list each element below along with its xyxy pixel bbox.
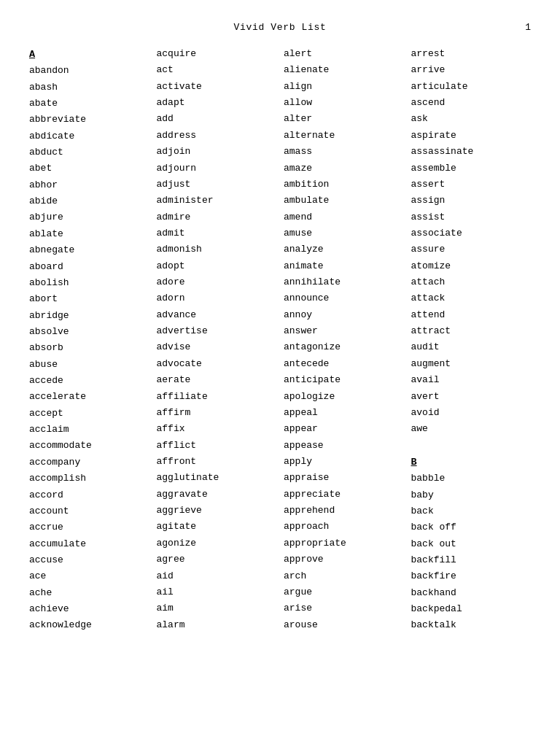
word-item: alternate (284, 128, 404, 144)
word-item: alert (284, 46, 404, 62)
word-item: appease (284, 438, 404, 454)
word-item: aboard (29, 259, 149, 275)
word-item: abash (29, 80, 149, 96)
word-item: affix (157, 421, 277, 437)
word-item: abort (29, 291, 149, 307)
word-item: accumulate (29, 536, 149, 552)
word-item: act (157, 62, 277, 78)
word-item: ascend (411, 95, 532, 111)
word-item: advertise (157, 323, 277, 339)
word-item: adorn (157, 290, 277, 306)
word-item: aim (157, 600, 277, 616)
word-item: attack (411, 290, 532, 306)
word-item: abjure (29, 209, 149, 225)
word-item: acknowledge (29, 617, 149, 633)
word-item: appear (284, 421, 404, 437)
word-item: abduct (29, 144, 149, 160)
word-item: abate (29, 96, 149, 112)
word-item: accept (29, 406, 149, 422)
word-item: A (29, 46, 149, 63)
word-item: aspirate (411, 128, 532, 144)
word-item: awe (411, 421, 532, 437)
word-item: associate (411, 225, 532, 241)
word-item: assemble (411, 160, 532, 177)
word-item: aerate (157, 372, 277, 388)
word-item: accede (29, 373, 149, 389)
word-item: accomplish (29, 471, 149, 487)
word-item: abnegate (29, 242, 149, 258)
page-header: Vivid Verb List 1 (29, 22, 531, 33)
column-2: acquireactactivateadaptaddaddressadjoina… (157, 46, 277, 634)
word-item: appeal (284, 405, 404, 421)
word-item: allow (284, 95, 404, 111)
word-item: add (157, 111, 277, 127)
word-item: baby (411, 487, 532, 503)
word-item: antagonize (284, 339, 404, 355)
word-item: ablate (29, 226, 149, 242)
word-item: aggrieve (157, 503, 277, 519)
word-item: ambulate (284, 193, 404, 209)
word-item: approach (284, 519, 404, 535)
word-item: B (411, 454, 532, 471)
word-item: admonish (157, 241, 277, 258)
word-item: abandon (29, 63, 149, 79)
word-item: agonize (157, 535, 277, 551)
word-item: affront (157, 454, 277, 470)
word-item: augment (411, 356, 532, 372)
word-item: arise (284, 600, 404, 616)
word-item: affiliate (157, 389, 277, 405)
word-item: admire (157, 209, 277, 225)
word-item: babble (411, 471, 532, 487)
word-item: accord (29, 487, 149, 503)
word-item: achieve (29, 601, 149, 617)
word-item: abridge (29, 308, 149, 324)
word-item: account (29, 503, 149, 519)
word-item: assassinate (411, 144, 532, 160)
word-item: attract (411, 323, 532, 339)
word-item: back off (411, 519, 532, 535)
word-item: align (284, 79, 404, 95)
word-item: activate (157, 79, 277, 95)
word-item: avail (411, 372, 532, 388)
word-item: backhand (411, 585, 532, 601)
word-item: amuse (284, 225, 404, 241)
word-item: ail (157, 584, 277, 600)
word-item: arouse (284, 617, 404, 633)
word-item: ambition (284, 177, 404, 193)
word-item: alienate (284, 62, 404, 78)
word-item: amaze (284, 160, 404, 177)
word-item: absorb (29, 340, 149, 356)
word-item: appropriate (284, 535, 404, 551)
word-item: anticipate (284, 372, 404, 388)
word-item: adjust (157, 177, 277, 193)
word-item: aggravate (157, 487, 277, 503)
word-item: back (411, 503, 532, 519)
word-item: annoy (284, 307, 404, 323)
word-item: agglutinate (157, 470, 277, 486)
word-item: backfire (411, 568, 532, 584)
word-item: analyze (284, 241, 404, 258)
word-item (411, 438, 532, 454)
word-item: assign (411, 193, 532, 209)
word-item: approve (284, 551, 404, 568)
word-item: ache (29, 585, 149, 601)
word-item: advocate (157, 356, 277, 372)
word-item: backpedal (411, 601, 532, 617)
word-item: animate (284, 258, 404, 274)
word-item: aid (157, 568, 277, 584)
column-3: alertalienatealignallowalteralternateama… (284, 46, 404, 634)
word-item: admit (157, 225, 277, 241)
word-item: advance (157, 307, 277, 323)
word-item: argue (284, 584, 404, 600)
word-item: abolish (29, 275, 149, 291)
word-item: attach (411, 274, 532, 290)
column-4: arrestarrivearticulateascendaskaspiratea… (411, 46, 532, 634)
word-item: abbreviate (29, 112, 149, 128)
word-item: antecede (284, 356, 404, 372)
word-item: adore (157, 274, 277, 290)
word-item: afflict (157, 438, 277, 454)
word-item: acclaim (29, 422, 149, 438)
word-item: accrue (29, 519, 149, 535)
word-item: assist (411, 209, 532, 225)
word-item: adapt (157, 95, 277, 111)
